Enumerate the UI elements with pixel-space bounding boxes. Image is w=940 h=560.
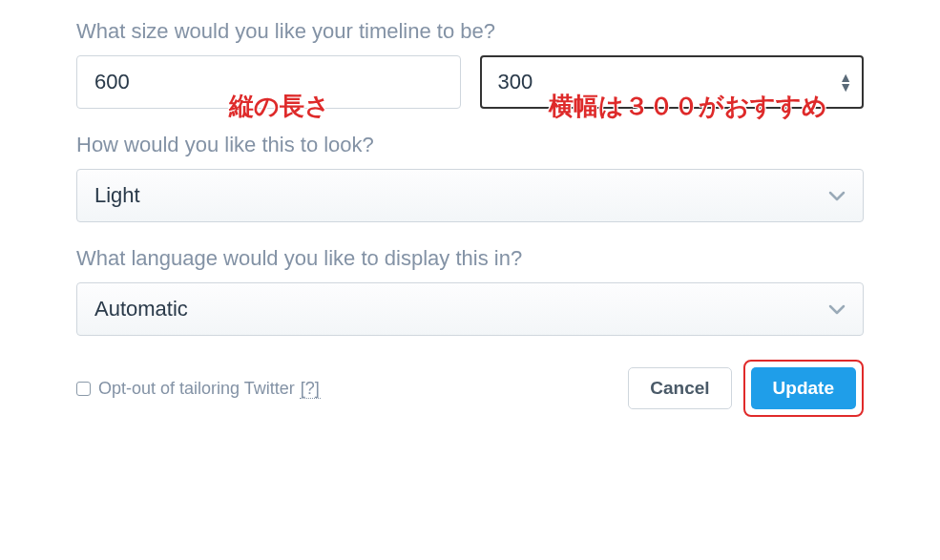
size-row: ▲ ▼ xyxy=(76,55,864,109)
optout-help-link[interactable]: [?] xyxy=(300,379,321,399)
language-group: What language would you like to display … xyxy=(76,246,864,336)
width-stepper[interactable]: ▲ ▼ xyxy=(839,73,852,92)
footer-row: Opt-out of tailoring Twitter [?] Cancel … xyxy=(76,360,864,417)
optout-row[interactable]: Opt-out of tailoring Twitter [?] xyxy=(76,379,321,399)
cancel-button[interactable]: Cancel xyxy=(628,367,731,409)
language-select[interactable]: Automatic xyxy=(76,282,864,336)
optout-text: Opt-out of tailoring Twitter [?] xyxy=(98,379,321,399)
button-group: Cancel Update xyxy=(628,360,864,417)
look-value: Light xyxy=(94,183,140,208)
size-group: What size would you like your timeline t… xyxy=(76,19,864,109)
look-select[interactable]: Light xyxy=(76,169,864,222)
optout-checkbox[interactable] xyxy=(76,382,91,396)
stepper-down-icon[interactable]: ▼ xyxy=(839,82,852,92)
look-group: How would you like this to look? Light xyxy=(76,133,864,222)
chevron-down-icon xyxy=(828,183,846,208)
language-label: What language would you like to display … xyxy=(76,246,864,271)
chevron-down-icon xyxy=(828,297,846,321)
update-button[interactable]: Update xyxy=(751,367,856,409)
height-input[interactable] xyxy=(76,55,461,109)
language-value: Automatic xyxy=(94,297,188,321)
optout-label: Opt-out of tailoring Twitter xyxy=(98,379,300,398)
update-highlight: Update xyxy=(743,360,864,417)
size-label: What size would you like your timeline t… xyxy=(76,19,864,44)
look-label: How would you like this to look? xyxy=(76,133,864,157)
width-input[interactable] xyxy=(480,55,865,109)
height-wrapper xyxy=(76,55,461,109)
width-wrapper: ▲ ▼ xyxy=(480,55,865,109)
settings-form: What size would you like your timeline t… xyxy=(0,0,940,436)
